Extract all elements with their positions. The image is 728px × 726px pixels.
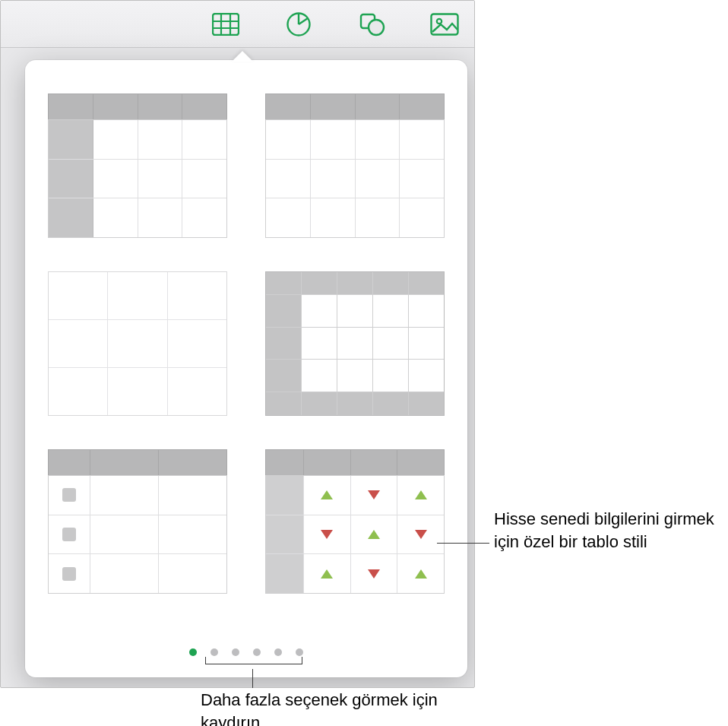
callout-stock-style: Hisse senedi bilgilerini girmek için öze…	[494, 508, 722, 553]
checkbox-icon	[62, 567, 76, 581]
page-dot-3[interactable]	[232, 648, 239, 656]
insert-media-button[interactable]	[424, 8, 465, 41]
table-style-grid	[48, 94, 445, 594]
checkbox-icon	[62, 528, 76, 541]
arrow-down-icon	[368, 569, 380, 579]
page-dot-1[interactable]	[189, 648, 197, 656]
table-style-checklist[interactable]	[48, 449, 227, 594]
insert-chart-button[interactable]	[278, 8, 319, 41]
arrow-up-icon	[415, 569, 427, 579]
insert-shape-button[interactable]	[351, 8, 392, 41]
arrow-up-icon	[368, 530, 380, 539]
callout-leader-line	[252, 669, 253, 688]
stock-arrows-body	[265, 475, 445, 594]
arrow-up-icon	[321, 569, 333, 579]
table-icon	[212, 13, 239, 36]
page-dot-6[interactable]	[296, 648, 303, 656]
table-style-header-only[interactable]	[265, 94, 445, 238]
callout-bracket	[205, 657, 302, 664]
callout-leader-line	[437, 543, 489, 544]
svg-point-9	[437, 18, 442, 23]
page-indicator[interactable]	[25, 648, 467, 656]
arrow-down-icon	[321, 530, 333, 539]
popover-panel	[25, 60, 467, 677]
callout-swipe-hint: Daha fazla seçenek görmek için kaydırın.	[201, 689, 505, 726]
table-style-stock-arrows[interactable]	[265, 449, 445, 594]
media-icon	[430, 13, 459, 36]
checkbox-icon	[62, 488, 76, 502]
arrow-up-icon	[415, 490, 427, 499]
table-style-framed-header-footer[interactable]	[265, 271, 445, 416]
table-style-header-and-column[interactable]	[48, 94, 227, 238]
page-dot-4[interactable]	[253, 648, 261, 656]
app-window	[0, 0, 475, 688]
toolbar	[1, 1, 474, 48]
svg-rect-0	[213, 14, 239, 35]
arrow-down-icon	[368, 490, 380, 499]
chart-icon	[286, 11, 312, 37]
insert-table-button[interactable]	[205, 8, 246, 41]
shape-icon	[358, 12, 385, 36]
page-dot-5[interactable]	[274, 648, 282, 656]
svg-point-7	[369, 20, 384, 35]
table-style-plain-grid[interactable]	[48, 271, 227, 416]
arrow-down-icon	[415, 530, 427, 539]
page-dot-2[interactable]	[210, 648, 218, 656]
arrow-up-icon	[321, 490, 333, 499]
table-styles-popover	[25, 60, 467, 677]
